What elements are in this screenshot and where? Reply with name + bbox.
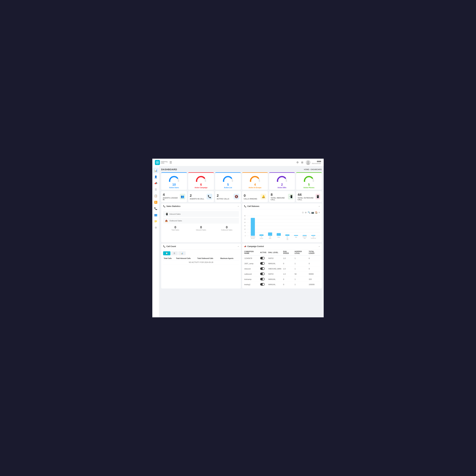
- metric-label-2: ACTIVE CALLS: [217, 198, 229, 200]
- user-info: 6666 Administrator: [306, 160, 321, 165]
- campaign-cell-2-0: inbound: [243, 266, 259, 272]
- sales-total-label-0: Total Sales: [163, 229, 187, 231]
- metric-card-5: 44 TOTAL OUTBOUND CALL 📳: [296, 191, 322, 202]
- campaign-row-2: inboundINBOUND_MAN1.010: [243, 266, 321, 272]
- col-outbound: Total Outbound Calls: [197, 256, 220, 260]
- settings-icon[interactable]: ⚙: [296, 161, 299, 164]
- metric-icon-1: 📞: [206, 194, 212, 200]
- campaign-control-panel: 📣 Campaign Control − CAMAPIGN NAMEACTIVE…: [242, 244, 322, 289]
- svg-text:AnsweringMachine: AnsweringMachine: [250, 236, 255, 239]
- svg-rect-14: [268, 232, 272, 236]
- chart-toolbar: ⊙ ⊕ 🔍 📷 🏠 ≡: [244, 211, 320, 215]
- svg-text:DeclinedSale: DeclinedSale: [303, 236, 307, 239]
- stat-value-1: 6: [190, 183, 212, 187]
- user-id: 6666: [312, 160, 321, 163]
- sidebar-item-history[interactable]: 📁: [153, 218, 159, 224]
- svg-text:CallBack: CallBack: [269, 236, 271, 239]
- campaign-col-CAMAPIGN NAME: CAMAPIGN NAME: [243, 249, 259, 255]
- chart-area: AnsweringMachineNoAnswerCallBackBusyDoNo…: [246, 215, 320, 240]
- campaign-toggle-1[interactable]: [260, 262, 265, 265]
- grid-icon[interactable]: ⊞: [301, 161, 303, 164]
- stat-label-2: Active List: [217, 187, 239, 188]
- sidebar-item-dashboard[interactable]: 📊: [153, 168, 159, 173]
- campaign-cell-3-2: RATIO: [267, 272, 282, 277]
- app-wrapper: DialerKing KING ☰ ⚙ ⊞ 6666 Administrator: [152, 159, 324, 317]
- gauge-0: [169, 175, 180, 182]
- call-statuses-minimize[interactable]: −: [319, 205, 320, 207]
- logo-icon: [155, 160, 160, 165]
- inbound-icon: 📲: [164, 212, 168, 216]
- metric-left-5: 44 TOTAL OUTBOUND CALL: [298, 193, 315, 201]
- sales-total-value-0: 0: [163, 225, 187, 229]
- tab-chart[interactable]: 📊: [178, 251, 186, 255]
- campaign-cell-0-1[interactable]: [259, 255, 268, 261]
- stat-label-1: Active Campaign: [190, 187, 212, 188]
- page-header: DASHBOARD HOME › DASHBOARD: [161, 168, 322, 171]
- metric-value-4: 8: [271, 193, 288, 197]
- campaign-toggle-0[interactable]: [260, 257, 265, 259]
- chart-icon-1[interactable]: ⊙: [302, 211, 304, 214]
- hamburger-button[interactable]: ☰: [170, 161, 172, 164]
- logo-text: DialerKing KING: [161, 161, 168, 164]
- chart-icon-6[interactable]: ≡: [319, 211, 320, 214]
- metric-icon-3: 🔔: [260, 194, 266, 200]
- tab-list[interactable]: ☰: [171, 251, 178, 255]
- campaign-cell-3-3: 1.0: [282, 272, 293, 277]
- campaign-cell-3-1[interactable]: [259, 272, 268, 277]
- sales-stats-panel: 📞 Sales Statistics − 📲 Inbound Sales 📤 O…: [161, 204, 241, 242]
- metric-card-4: 8 TOTAL INBOUND CALL 📲: [269, 191, 295, 202]
- user-details: 6666 Administrator: [312, 160, 321, 164]
- campaign-cell-2-1[interactable]: [259, 266, 268, 272]
- metric-label-4: TOTAL INBOUND CALL: [271, 197, 288, 201]
- stat-card-5: 5 Active Phones: [296, 172, 322, 190]
- inbound-sales-item: 📲 Inbound Sales: [163, 211, 239, 217]
- campaign-cell-5-1[interactable]: [259, 282, 268, 287]
- stat-label-5: Active Phones: [298, 187, 320, 188]
- campaign-control-minimize[interactable]: −: [319, 245, 320, 248]
- metric-value-1: 2: [190, 194, 204, 198]
- campaign-toggle-4[interactable]: [260, 278, 265, 280]
- campaign-cell-4-1[interactable]: [259, 277, 268, 282]
- campaign-toggle-5[interactable]: [260, 283, 265, 286]
- metric-value-2: 2: [217, 194, 229, 198]
- campaign-toggle-3[interactable]: [260, 272, 265, 275]
- gauge-2: [222, 175, 234, 182]
- campaign-cell-0-4: 1: [294, 255, 308, 261]
- campaign-table: CAMAPIGN NAMEACTIVEDIAL LEVELDIAL SPEEDH…: [243, 249, 321, 287]
- campaign-cell-4-3: 0: [282, 277, 293, 282]
- second-bottom-row: 📞 Call Count − 📋 ☰ 📊: [161, 244, 322, 289]
- sales-total-1: 0 Inbound Sales: [189, 225, 213, 231]
- sidebar-item-users[interactable]: 👥: [153, 212, 159, 218]
- chart-icon-5[interactable]: 🏠: [315, 211, 318, 214]
- campaign-cell-4-2: MANUAL: [267, 277, 282, 282]
- sidebar-item-filter[interactable]: 🔽: [153, 199, 159, 205]
- sidebar-item-reports[interactable]: 📋: [153, 193, 159, 199]
- sidebar-item-settings[interactable]: ⚙: [153, 225, 159, 230]
- svg-rect-20: [294, 235, 298, 236]
- stat-value-5: 5: [298, 183, 320, 187]
- call-count-minimize[interactable]: −: [238, 245, 239, 248]
- metric-label-5: TOTAL OUTBOUND CALL: [298, 197, 315, 201]
- chart-icon-4[interactable]: 📷: [311, 211, 314, 214]
- chart-icon-2[interactable]: ⊕: [305, 211, 307, 214]
- svg-text:NoAnswer: NoAnswer: [260, 236, 263, 239]
- campaign-toggle-2[interactable]: [260, 267, 265, 270]
- user-avatar: [306, 160, 310, 165]
- chart-container: ⊙ ⊕ 🔍 📷 🏠 ≡ 30 25 20 1: [242, 209, 322, 242]
- metric-icon-0: 👥: [180, 194, 185, 200]
- campaign-cell-1-1[interactable]: [259, 261, 268, 266]
- svg-text:Sale: Sale: [295, 237, 297, 238]
- gauge-3: [249, 175, 260, 182]
- no-activity-row: NO ACTIVITY FOR 2024-05-28: [163, 260, 239, 264]
- tab-table[interactable]: 📋: [163, 251, 170, 255]
- sidebar-item-list[interactable]: ☰: [153, 187, 159, 192]
- sidebar-item-contacts[interactable]: 👤: [153, 174, 159, 180]
- campaign-table-body: 12345678RATIO1.0161607_campMANUAL010inbo…: [243, 255, 321, 287]
- sales-stats-minimize[interactable]: −: [238, 205, 239, 207]
- metric-left-0: 4 AGENTS LOGGED IN: [163, 193, 180, 201]
- top-nav: DialerKing KING ☰ ⚙ ⊞ 6666 Administrator: [152, 159, 324, 166]
- chart-icon-3[interactable]: 🔍: [308, 211, 310, 214]
- col-total-calls: Total Calls: [163, 256, 175, 260]
- sidebar-item-phone[interactable]: 📞: [153, 206, 159, 211]
- sidebar-item-calls[interactable]: 📣: [153, 180, 159, 186]
